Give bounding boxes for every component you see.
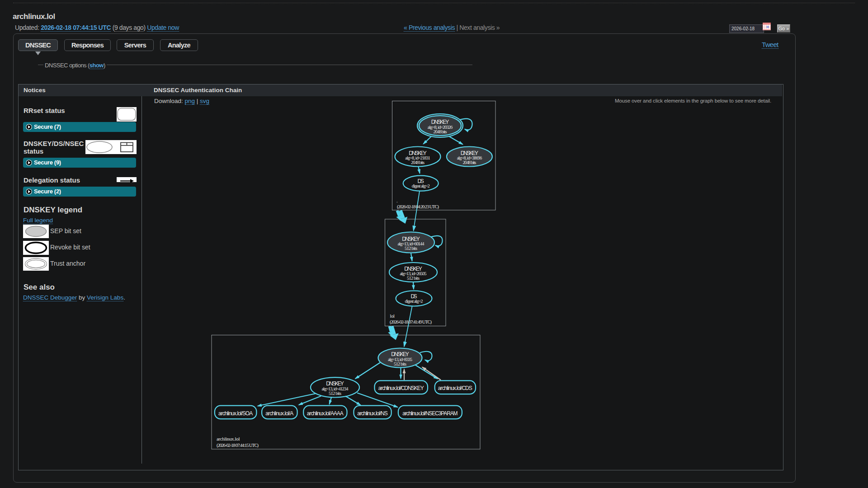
svg-text:512 bits: 512 bits [329,391,341,396]
svg-text:(2026-02-18 04:20:23 UTC): (2026-02-18 04:20:23 UTC) [397,204,439,210]
svg-text:archlinux.lol/CDNSKEY: archlinux.lol/CDNSKEY [378,385,424,391]
svg-text:lol: lol [390,314,395,319]
svg-text:512 bits: 512 bits [407,276,420,281]
svg-text:(2026-02-18 07:41:49 UTC): (2026-02-18 07:41:49 UTC) [390,319,432,325]
svg-text:archlinux.lol: archlinux.lol [217,436,240,441]
svg-text:archlinux.lol/AAAA: archlinux.lol/AAAA [307,410,344,417]
svg-text:.: . [396,198,398,203]
svg-text:2048 bits: 2048 bits [411,160,425,165]
svg-text:archlinux.lol/SOA: archlinux.lol/SOA [218,410,253,417]
svg-text:archlinux.lol/CDS: archlinux.lol/CDS [438,385,472,391]
svg-text:archlinux.lol/NS: archlinux.lol/NS [357,410,387,417]
svg-text:archlinux.lol/NSEC3PARAM: archlinux.lol/NSEC3PARAM [402,410,458,417]
svg-text:512 bits: 512 bits [405,246,417,251]
svg-text:digest alg=2: digest alg=2 [405,299,423,304]
svg-text:(2026-02-18 07:44:15 UTC): (2026-02-18 07:44:15 UTC) [217,443,259,448]
svg-text:512 bits: 512 bits [394,361,406,366]
svg-text:2048 bits: 2048 bits [434,129,447,134]
svg-text:archlinux.lol/A: archlinux.lol/A [265,410,293,417]
svg-text:2048 bits: 2048 bits [462,160,476,165]
svg-text:digest alg=2: digest alg=2 [412,183,430,188]
